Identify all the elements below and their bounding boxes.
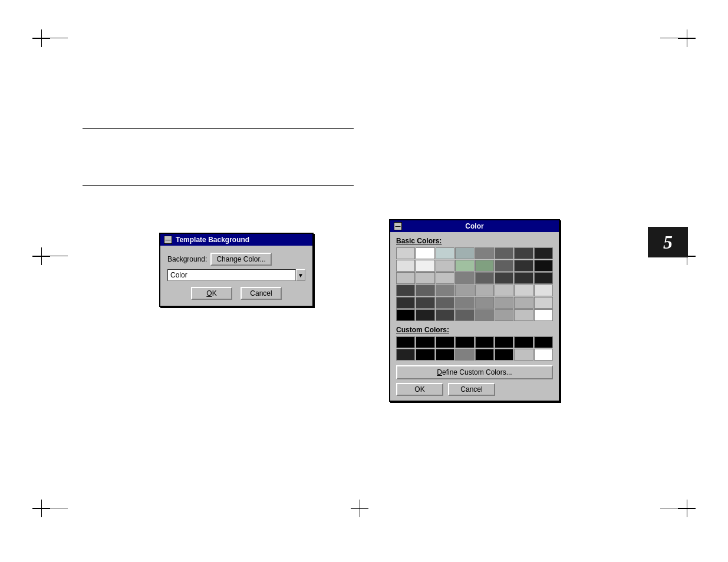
color-cell[interactable] [534,285,553,296]
color-cell[interactable] [416,272,434,284]
template-ok-button[interactable]: OK [191,287,232,300]
hrule-top-right [660,38,696,38]
hrule-bottom-right [660,508,696,508]
color-cell[interactable] [514,297,533,309]
color-dropdown[interactable]: Color [167,269,296,281]
color-cell[interactable] [475,285,494,296]
color-cancel-button[interactable]: Cancel [448,383,495,396]
color-cell[interactable] [514,272,533,284]
color-cell[interactable] [416,247,434,259]
color-cell[interactable] [455,272,474,284]
hrule-2 [83,185,354,186]
color-cell[interactable] [416,309,434,321]
color-dialog-ok-row: OK Cancel [396,383,553,396]
color-cell[interactable] [534,247,553,259]
color-cell[interactable] [436,247,454,259]
hrule-1 [83,128,354,129]
color-cell[interactable] [475,297,494,309]
define-custom-colors-button[interactable]: Define Custom Colors... [396,365,553,379]
color-cell[interactable] [475,336,494,348]
color-cell[interactable] [455,285,474,296]
color-cell[interactable] [416,260,434,272]
color-cell[interactable] [396,272,415,284]
color-cell[interactable] [495,247,513,259]
color-cell[interactable] [514,260,533,272]
basic-colors-label: Basic Colors: [396,237,553,245]
color-cell[interactable] [495,297,513,309]
template-dialog-titlebar: — Template Background [160,234,312,246]
color-cell[interactable] [416,285,434,296]
color-cell[interactable] [495,285,513,296]
background-label: Background: [167,255,207,263]
color-cell[interactable] [436,272,454,284]
color-cell[interactable] [416,297,434,309]
page-number-tab: 5 [648,227,688,257]
color-ok-button[interactable]: OK [396,383,443,396]
reg-mark-top-right [678,29,696,47]
color-cell[interactable] [495,336,513,348]
color-cell[interactable] [534,349,553,361]
color-cell[interactable] [436,309,454,321]
page-number: 5 [663,232,673,253]
color-dialog-title: Color [394,222,555,230]
color-cell[interactable] [455,349,474,361]
color-cell[interactable] [396,349,415,361]
color-cell[interactable] [396,309,415,321]
color-cell[interactable] [396,336,415,348]
reg-mark-top-left [32,29,50,47]
color-cell[interactable] [514,336,533,348]
template-dialog-body: Background: Change Color... Color ▼ OK C… [160,246,312,306]
hrule-mid-left [32,256,68,256]
color-dialog-footer: Define Custom Colors... OK Cancel [396,365,553,396]
color-cell[interactable] [514,349,533,361]
dropdown-row: Color ▼ [167,269,305,281]
template-cancel-button[interactable]: Cancel [241,287,282,300]
change-color-button[interactable]: Change Color... [210,253,271,266]
color-cell[interactable] [475,309,494,321]
color-cell[interactable] [495,272,513,284]
background-row: Background: Change Color... [167,253,305,266]
color-cell[interactable] [416,349,434,361]
color-cell[interactable] [534,297,553,309]
color-cell[interactable] [475,260,494,272]
color-cell[interactable] [455,247,474,259]
color-dialog-icon[interactable]: — [394,222,402,230]
color-cell[interactable] [396,247,415,259]
color-cell[interactable] [495,260,513,272]
hrule-top-left [32,38,68,38]
color-cell[interactable] [475,349,494,361]
color-cell[interactable] [416,336,434,348]
color-cell[interactable] [534,309,553,321]
reg-mark-bottom-right [678,500,696,517]
color-dialog: — Color Basic Colors: Custom Colors: Def… [389,219,560,402]
color-cell[interactable] [495,309,513,321]
color-cell[interactable] [396,285,415,296]
template-dialog-title: Template Background [176,236,249,244]
color-cell[interactable] [455,309,474,321]
reg-mark-mid-left [32,247,50,265]
color-cell[interactable] [436,336,454,348]
basic-color-grid [396,247,553,321]
custom-colors-label: Custom Colors: [396,326,553,334]
color-cell[interactable] [436,349,454,361]
reg-mark-bottom-center [351,500,368,517]
color-cell[interactable] [534,272,553,284]
color-cell[interactable] [455,297,474,309]
color-cell[interactable] [396,260,415,272]
color-cell[interactable] [534,336,553,348]
color-cell[interactable] [455,336,474,348]
color-cell[interactable] [514,247,533,259]
template-dialog-icon[interactable]: — [164,236,172,244]
color-cell[interactable] [396,297,415,309]
color-cell[interactable] [495,349,513,361]
color-cell[interactable] [514,285,533,296]
color-cell[interactable] [436,260,454,272]
color-cell[interactable] [436,285,454,296]
color-cell[interactable] [436,297,454,309]
color-cell[interactable] [534,260,553,272]
color-cell[interactable] [455,260,474,272]
dropdown-arrow[interactable]: ▼ [296,269,305,281]
color-cell[interactable] [475,272,494,284]
color-cell[interactable] [514,309,533,321]
color-cell[interactable] [475,247,494,259]
